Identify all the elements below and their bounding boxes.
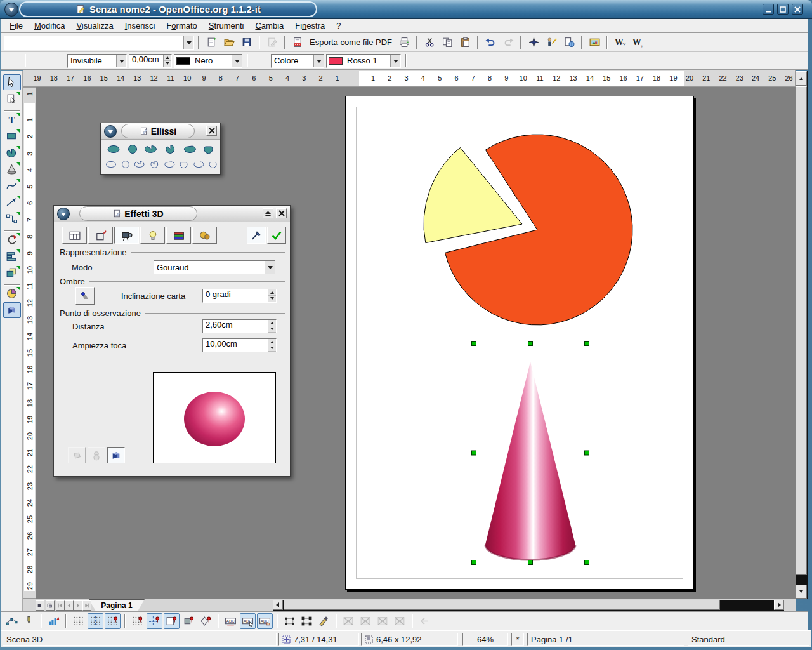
ellipse-segment-filled-tool[interactable] [181, 142, 198, 156]
cut-icon[interactable] [421, 35, 438, 50]
spin-down[interactable] [268, 345, 276, 352]
close-button[interactable] [792, 4, 803, 15]
scroll-right-button[interactable] [774, 600, 784, 610]
wizard-icon[interactable] [543, 35, 560, 50]
ellipse-tool[interactable] [3, 145, 21, 161]
shadow-toggle-button[interactable] [75, 287, 95, 305]
status-zoom-level[interactable]: 64% [462, 633, 508, 646]
snap-to-object-points[interactable] [198, 613, 214, 629]
url-combobox[interactable] [4, 36, 194, 50]
menu-modifica[interactable]: Modifica [29, 20, 70, 32]
shadow-toggle-icon[interactable] [411, 53, 428, 69]
rotate-tool[interactable] [3, 232, 21, 248]
arrange-tool[interactable] [3, 265, 21, 281]
minimize-button[interactable] [763, 4, 774, 15]
ellipse-pie-filled-tool[interactable] [143, 142, 160, 156]
spin-up[interactable] [164, 55, 171, 61]
menu-formato[interactable]: Formato [160, 20, 202, 32]
circle-segment-filled-tool[interactable] [200, 142, 217, 156]
undo-icon[interactable] [482, 35, 499, 50]
scroll-left-button[interactable] [273, 600, 283, 610]
quick-edit-allow[interactable]: ABC [223, 613, 239, 629]
chevron-down-icon[interactable] [183, 36, 193, 49]
line-width-stepper[interactable]: 0,00cm [129, 54, 172, 68]
arrow-style-icon[interactable] [49, 53, 65, 69]
close-icon[interactable] [206, 126, 217, 136]
window-menu-button[interactable] [4, 3, 18, 17]
split-corner-button[interactable] [46, 600, 55, 611]
window-menu-button[interactable] [57, 208, 70, 220]
last-page-button[interactable] [82, 600, 91, 611]
fill-bucket-icon[interactable] [252, 53, 269, 69]
ellipse-arc-tool[interactable] [192, 157, 206, 171]
double-click-enter-text[interactable]: ABC [257, 613, 273, 629]
snap-to-grid[interactable] [129, 613, 145, 629]
menu-visualizza[interactable]: Visualizza [70, 20, 119, 32]
apply-button[interactable] [267, 227, 286, 244]
ellipse-segment-tool[interactable] [162, 157, 176, 171]
paste-icon[interactable] [457, 35, 473, 50]
select-text-area-only[interactable]: ABC [240, 613, 256, 629]
objects-3d-tool[interactable] [3, 161, 21, 177]
spin-up[interactable] [268, 289, 276, 296]
grid-visible[interactable] [70, 613, 86, 629]
circle-filled-tool[interactable] [124, 142, 141, 156]
menu-help[interactable]: ? [331, 20, 346, 32]
navigator-icon[interactable] [525, 35, 542, 50]
snap-lines-visible[interactable] [105, 613, 121, 629]
fill-type-select[interactable]: Colore [271, 54, 324, 68]
rotation-mode[interactable] [21, 613, 37, 629]
ellipse-filled-tool[interactable] [105, 142, 122, 156]
circle-arc-tool[interactable] [206, 157, 220, 171]
tab-pagina-1[interactable]: Pagina 1 [89, 599, 145, 611]
gallery-icon[interactable] [586, 35, 603, 50]
vertical-ruler[interactable]: 1123456789101112131415161718192021222324… [23, 87, 36, 599]
menu-finestra[interactable]: Finestra [289, 20, 331, 32]
hyperlink-icon[interactable] [561, 35, 577, 50]
edit-points-mode[interactable] [4, 613, 20, 629]
w-comma-icon[interactable]: W, [629, 35, 646, 50]
menu-inserisci[interactable]: Inserisci [119, 20, 161, 32]
focal-stepper[interactable]: 10,00cm [202, 338, 277, 352]
alignment-tool[interactable] [3, 248, 21, 264]
material-tab[interactable] [192, 227, 217, 244]
text-tool[interactable]: T [3, 112, 21, 128]
previous-page-button[interactable] [65, 600, 74, 611]
mode-select[interactable]: Gouraud [154, 260, 275, 274]
page[interactable] [345, 96, 694, 590]
assign-colors-button[interactable] [247, 227, 266, 244]
close-icon[interactable] [276, 208, 287, 218]
insert-tool[interactable] [3, 286, 21, 302]
spin-up[interactable] [268, 339, 276, 345]
print-icon[interactable] [396, 35, 412, 50]
ellipse-tool[interactable] [104, 157, 118, 171]
circle-tool[interactable] [119, 157, 133, 171]
zoom-on-size-change[interactable] [46, 613, 62, 629]
zoom-tool[interactable] [3, 91, 21, 107]
snap-to-margins[interactable] [164, 613, 180, 629]
spin-up[interactable] [268, 320, 276, 326]
rectangle-tool[interactable] [3, 128, 21, 144]
new-document-icon[interactable] [203, 35, 219, 50]
rollup-icon[interactable] [263, 208, 273, 218]
ellissi-title-bar[interactable]: Ellissi [101, 123, 220, 140]
fill-color-select[interactable]: Rosso 1 [326, 54, 401, 68]
maximize-button[interactable] [777, 4, 789, 15]
modify-object-attributes[interactable] [316, 613, 332, 629]
snap-to-object-border[interactable] [181, 613, 197, 629]
vertical-scrollbar[interactable] [796, 71, 808, 599]
pen-style-icon[interactable] [30, 53, 47, 69]
scroll-down-button[interactable] [796, 585, 807, 599]
vertical-scroll-thumb[interactable] [796, 86, 807, 575]
horizontal-ruler[interactable]: 1918171615141312111098765432112345678910… [23, 70, 796, 87]
spin-down[interactable] [164, 61, 171, 67]
pdf-export-icon[interactable] [289, 35, 306, 50]
split-view-button[interactable] [36, 600, 44, 611]
line-style-select[interactable]: Invisibile [67, 54, 127, 68]
distance-stepper[interactable]: 2,60cm [202, 319, 277, 333]
simple-handles[interactable] [282, 613, 298, 629]
snap-to-guides[interactable] [147, 613, 162, 629]
textures-tab[interactable] [166, 227, 191, 244]
circle-pie-filled-tool[interactable] [162, 142, 179, 156]
spin-down[interactable] [268, 326, 276, 333]
